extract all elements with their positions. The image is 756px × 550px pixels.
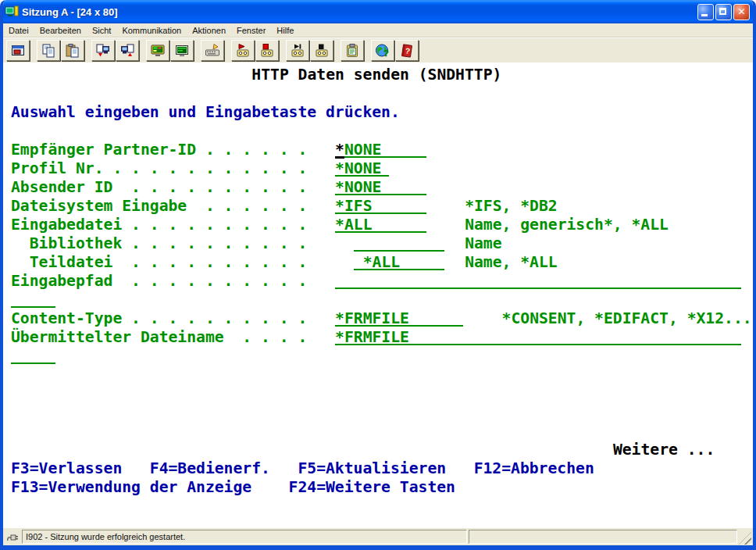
clipboard-icon [344,43,360,59]
toolbar: ?? [3,38,753,62]
input-field-underline[interactable] [11,306,55,308]
app-window: Sitzung A - [24 x 80] DateiBearbeitenSic… [0,0,756,550]
display-colors-icon [150,43,166,59]
field-value[interactable]: NONE [344,141,381,159]
toolbar-separator [30,40,37,61]
stop-macro-button[interactable] [310,40,333,61]
close-button[interactable] [733,4,750,20]
send-file-button[interactable] [91,40,115,61]
maximize-button[interactable] [715,4,732,20]
input-field-underline[interactable] [335,288,741,289]
menu-item-kommunikation[interactable]: Kommunikation [116,25,187,36]
field-value[interactable]: *ALL [363,253,400,272]
receive-file-icon [119,43,135,59]
svg-text:?: ? [383,48,389,58]
help-index-button[interactable]: ? [371,40,394,61]
resize-grip[interactable] [739,532,751,545]
toolbar-separator [365,40,371,61]
help-button[interactable]: ? [395,40,419,61]
play-macro-button[interactable] [286,40,309,61]
field-label: Profil Nr. . . . . . . . . . . . [11,159,307,178]
field-value[interactable]: *ALL [335,216,372,234]
field-value[interactable]: *NONE [335,178,381,197]
status-panel-2 [469,530,737,544]
display-setup-button[interactable] [146,40,169,61]
field-label: Teildatei . . . . . . . . . . [11,253,307,272]
display-green-icon [174,43,190,59]
field-label: Eingabepfad . . . . . . . . . . [11,272,307,291]
paste-button[interactable] [61,40,84,61]
function-keys-line2: F13=Verwendung der Anzeige F24=Weitere T… [11,478,455,497]
field-hint: *CONSENT, *EDIFACT, *X12... [502,309,752,328]
screen-title: HTTP Daten senden (SNDHTTP) [251,66,501,84]
status-message: I902 - Sitzung wurde erfolgreich gestart… [22,530,467,544]
toolbar-separator [280,40,286,61]
receive-file-button[interactable] [116,40,139,61]
minimize-button[interactable] [697,4,714,20]
field-label: Empfänger Partner-ID . . . . . . [11,141,307,159]
menu-item-bearbeiten[interactable]: Bearbeiten [34,25,87,36]
menu-item-hilfe[interactable]: Hilfe [271,25,299,36]
toolbar-separator [225,40,231,61]
field-label: Dateisystem Eingabe . . . . . . [11,197,307,216]
field-label: Bibliothek . . . . . . . . . . [11,234,307,253]
send-file-icon [95,43,111,59]
field-hint: *IFS, *DB2 [465,197,558,216]
copy-button[interactable] [37,40,60,61]
menu-item-sicht[interactable]: Sicht [87,25,116,36]
field-label: Content-Type . . . . . . . . . . [11,309,307,328]
keyboard-icon [205,43,220,59]
screen-prompt: Auswahl eingeben und Eingabetaste drücke… [11,103,400,122]
field-label: Absender ID . . . . . . . . . . [11,178,307,197]
title-bar[interactable]: Sitzung A - [24 x 80] [0,0,756,23]
help-book-icon: ? [399,43,415,59]
menu-item-datei[interactable]: Datei [3,25,34,36]
session-window-icon [10,43,26,59]
toolbar-separator [334,40,341,61]
record-start-icon [235,43,251,59]
text-cursor [335,156,344,159]
field-label: Eingabedatei . . . . . . . . . . [11,216,307,234]
session-display-button[interactable] [170,40,194,61]
help-globe-icon: ? [375,43,390,59]
record-stop-icon [259,43,275,59]
field-label: Übermittelter Dateiname . . . . [11,328,307,347]
record-macro-button[interactable] [231,40,255,61]
menu-item-fenster[interactable]: Fenster [231,25,271,36]
window-controls [697,4,750,20]
toolbar-separator [194,40,201,61]
session-button[interactable] [6,40,30,61]
field-value[interactable]: *FRMFILE [335,328,409,347]
field-value[interactable]: *IFS [335,197,372,216]
keyboard-setup-button[interactable] [201,40,224,61]
field-value[interactable]: *FRMFILE [335,309,409,328]
record-stop-button[interactable] [255,40,279,61]
terminal-screen[interactable]: HTTP Daten senden (SNDHTTP)Auswahl einge… [3,62,753,528]
stop-macro-icon [314,43,330,59]
window-title: Sitzung A - [24 x 80] [22,6,697,18]
menu-item-aktionen[interactable]: Aktionen [187,25,231,36]
menu-bar: DateiBearbeitenSichtKommunikationAktione… [3,23,753,38]
input-field-underline[interactable] [11,362,55,364]
app-icon [5,5,19,19]
clipboard-button[interactable] [341,40,364,61]
function-keys-line1: F3=Verlassen F4=Bedienerf. F5=Aktualisie… [11,459,594,478]
field-value[interactable]: *NONE [335,159,381,178]
input-field-underline[interactable] [354,250,445,252]
toolbar-separator [85,40,91,61]
paste-icon [65,43,80,59]
field-hint: Name, generisch*, *ALL [465,216,669,234]
copy-icon [41,43,56,59]
connection-icon [5,530,22,544]
field-hint: Name, *ALL [465,253,558,272]
status-bar: I902 - Sitzung wurde erfolgreich gestart… [3,528,753,545]
field-hint: Name [465,234,501,253]
play-macro-icon [290,43,305,59]
toolbar-separator [140,40,146,61]
more-indicator: Weitere ... [613,441,715,459]
